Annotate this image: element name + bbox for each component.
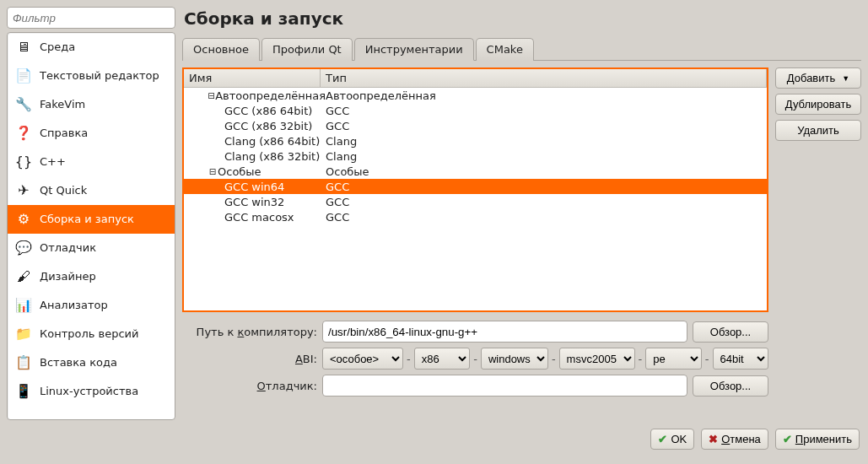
sidebar-item[interactable]: 📁Контроль версий: [8, 320, 175, 348]
filter-input[interactable]: [7, 7, 175, 29]
tree-item[interactable]: GCC win32GCC: [184, 194, 767, 209]
tree-item-type: GCC: [326, 211, 767, 224]
tree-item-name: GCC macosx: [224, 211, 294, 224]
settings-nav-list: 🖥Среда📄Текстовый редактор🔧FakeVim❓Справк…: [7, 32, 175, 420]
sidebar-item-label: Дизайнер: [40, 269, 96, 284]
abi-select-0[interactable]: <особое>: [322, 348, 403, 370]
tree-item[interactable]: Clang (x86 64bit)Clang: [184, 133, 767, 148]
abi-separator: -: [473, 353, 477, 365]
sidebar-item[interactable]: 💬Отладчик: [8, 234, 175, 262]
tree-item-name: GCC win64: [224, 181, 284, 193]
tree-item-name: GCC win32: [224, 196, 284, 208]
sidebar-item-icon: 📱: [14, 382, 33, 401]
tree-item-name: Clang (x86 64bit): [224, 135, 320, 148]
collapse-icon[interactable]: ⊟: [208, 167, 218, 176]
ok-button[interactable]: ✔ OK: [650, 429, 694, 450]
sidebar-item[interactable]: 🖌Дизайнер: [8, 262, 175, 291]
abi-select-4[interactable]: pe: [645, 348, 702, 370]
tree-item-type: Clang: [326, 150, 767, 163]
debugger-input[interactable]: [322, 375, 687, 397]
sidebar-item-label: Сборка и запуск: [40, 212, 134, 227]
tree-group[interactable]: ⊟ОсобыеОсобые: [184, 164, 767, 179]
tree-item-type: Clang: [326, 135, 767, 148]
tree-item[interactable]: GCC (x86 64bit)GCC: [184, 103, 767, 118]
sidebar-item-icon: 💬: [14, 239, 33, 257]
sidebar-item[interactable]: ✈Qt Quick: [8, 176, 175, 205]
sidebar-item-label: Вставка кода: [40, 355, 117, 370]
page-title: Сборка и запуск: [184, 8, 861, 29]
tree-group-label: Автоопределённая: [215, 89, 326, 102]
sidebar-item[interactable]: 📊Анализатор: [8, 291, 175, 320]
tree-group[interactable]: ⊟АвтоопределённаяАвтоопределённая: [184, 88, 767, 103]
sidebar-item[interactable]: 📄Текстовый редактор: [8, 62, 175, 90]
apply-icon: ✔: [783, 433, 792, 445]
sidebar-item-label: Контроль версий: [40, 326, 139, 342]
ok-icon: ✔: [658, 433, 667, 445]
collapse-icon[interactable]: ⊟: [208, 91, 215, 100]
sidebar-item-icon: 📄: [14, 67, 33, 85]
sidebar-item-icon: ⚙: [14, 210, 33, 229]
clone-button[interactable]: Дублировать: [775, 94, 861, 115]
tab[interactable]: Инструментарии: [354, 38, 474, 61]
tab[interactable]: Основное: [182, 38, 260, 61]
cancel-icon: ✖: [709, 433, 718, 445]
abi-separator: -: [552, 353, 556, 365]
add-button[interactable]: Добавить ▼: [775, 67, 861, 89]
tree-item-name: GCC (x86 64bit): [224, 105, 312, 117]
column-header-name[interactable]: Имя: [184, 69, 321, 87]
sidebar-item-icon: 🖌: [14, 267, 33, 286]
sidebar-item-label: Справка: [40, 126, 88, 141]
abi-separator: -: [407, 353, 411, 365]
sidebar-item[interactable]: ❓Справка: [8, 119, 175, 148]
sidebar-item-icon: 📊: [14, 296, 33, 315]
abi-select-3[interactable]: msvc2005: [559, 348, 635, 370]
tab[interactable]: Профили Qt: [261, 38, 353, 61]
sidebar-item-icon: 📁: [14, 325, 33, 343]
sidebar-item-label: Среда: [40, 40, 75, 55]
debugger-label: Отладчик:: [182, 380, 317, 392]
abi-select-2[interactable]: windows: [481, 348, 548, 370]
abi-select-5[interactable]: 64bit: [713, 348, 769, 370]
sidebar-item[interactable]: 🖥Среда: [8, 33, 175, 62]
abi-select-1[interactable]: x86: [414, 348, 471, 370]
sidebar-item-icon: 🖥: [14, 38, 33, 57]
sidebar-item-icon: 🔧: [14, 95, 33, 114]
tree-item-type: GCC: [326, 196, 767, 208]
abi-separator: -: [705, 353, 709, 365]
sidebar-item-icon: ✈: [14, 181, 33, 200]
tree-item-type: GCC: [326, 120, 767, 132]
tree-item-name: GCC (x86 32bit): [224, 120, 312, 132]
tree-item[interactable]: GCC win64GCC: [184, 179, 767, 194]
remove-button[interactable]: Удалить: [775, 120, 861, 141]
tree-item[interactable]: GCC macosxGCC: [184, 209, 767, 224]
column-header-type[interactable]: Тип: [321, 69, 767, 87]
sidebar-item-icon: 📋: [14, 353, 33, 372]
sidebar-item[interactable]: {}C++: [8, 148, 175, 176]
chevron-down-icon: ▼: [842, 74, 849, 83]
sidebar-item-label: Linux-устройства: [40, 384, 138, 399]
browse-debugger-button[interactable]: Обзор...: [693, 375, 768, 397]
sidebar-item[interactable]: ⚙Сборка и запуск: [8, 205, 175, 234]
compiler-path-input[interactable]: [322, 321, 687, 343]
cancel-button[interactable]: ✖ Отмена: [701, 429, 768, 450]
cancel-label: Отмена: [721, 433, 761, 445]
sidebar-item[interactable]: 🔧FakeVim: [8, 90, 175, 119]
tree-item-name: Clang (x86 32bit): [224, 150, 320, 163]
sidebar-item[interactable]: 📋Вставка кода: [8, 348, 175, 377]
tree-item[interactable]: Clang (x86 32bit)Clang: [184, 148, 767, 164]
tree-item-type: GCC: [326, 105, 767, 117]
abi-label: ABI:: [182, 353, 317, 365]
apply-button[interactable]: ✔ Применить: [775, 429, 860, 450]
tree-group-label: Особые: [218, 165, 261, 178]
sidebar-item-icon: {}: [14, 153, 33, 171]
tab[interactable]: CMake: [476, 38, 534, 61]
toolchains-tree[interactable]: Имя Тип ⊟АвтоопределённаяАвтоопределённа…: [182, 67, 768, 312]
ok-label: OK: [671, 433, 687, 445]
tree-header: Имя Тип: [184, 69, 767, 88]
add-button-label: Добавить: [787, 72, 835, 84]
browse-compiler-button[interactable]: Обзор...: [693, 321, 768, 343]
sidebar-item[interactable]: 📱Linux-устройства: [8, 377, 175, 406]
sidebar-item-label: C++: [40, 154, 66, 170]
abi-separator: -: [639, 353, 643, 365]
tree-item[interactable]: GCC (x86 32bit)GCC: [184, 118, 767, 133]
